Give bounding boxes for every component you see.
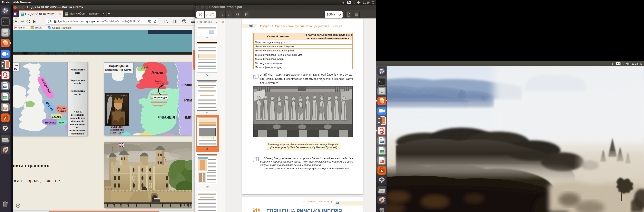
svg-text:ови: ови (14, 64, 18, 67)
svg-text:всі: всі (76, 126, 79, 129)
svg-text:ст.: ст. (14, 67, 17, 70)
svg-text:Свящ: Свящ (182, 83, 192, 87)
svg-text:королівства.: королівства. (71, 132, 84, 135)
svg-text:англосаксонські: англосаксонські (69, 129, 86, 132)
svg-text:вессекський: вессекський (71, 113, 84, 116)
svg-text:Завойовник: Завойовник (110, 128, 124, 131)
svg-text:ютів: ютів (75, 71, 80, 74)
svg-text:1066 р.: 1066 р. (156, 82, 161, 84)
svg-text:文: 文 (50, 28, 51, 29)
svg-text:Вессекс: Вессекс (45, 121, 56, 124)
svg-text:імп: імп (185, 115, 191, 119)
svg-text:WILLELM: WILLELM (107, 95, 112, 96)
svg-text:завоювання Англії: завоювання Англії (105, 68, 132, 71)
svg-text:англів: англів (74, 92, 81, 95)
svg-text:CONQVEST: CONQVEST (121, 95, 128, 96)
svg-text:Англія: Англія (58, 110, 66, 112)
svg-text:Королівство: Королівство (70, 68, 85, 71)
svg-text:Гастінс: Гастінс (155, 80, 161, 82)
svg-text:король Егберт: король Егберт (70, 117, 85, 119)
svg-text:Франція: Франція (158, 115, 175, 119)
svg-text:своєю владою: своєю владою (70, 123, 85, 126)
svg-text:саксів: саксів (74, 82, 81, 85)
svg-text:Королівства: Королівства (70, 89, 85, 92)
svg-text:(1066-1087): (1066-1087) (110, 131, 124, 134)
svg-text:Східна: Східна (57, 107, 66, 110)
svg-text:Королівства: Королівства (70, 79, 85, 82)
svg-text:Ессекс: Ессекс (52, 116, 61, 118)
svg-text:Вільгельм: Вільгельм (111, 125, 123, 128)
svg-text:Рим: Рим (184, 98, 192, 102)
svg-text:У 829 р.: У 829 р. (74, 110, 82, 113)
svg-text:Нормандське: Нормандське (109, 64, 128, 68)
svg-text:Нормандія: Нормандія (154, 96, 167, 99)
svg-text:об’єднав під: об’єднав під (71, 120, 84, 122)
svg-text:Англія: Англія (151, 70, 165, 75)
